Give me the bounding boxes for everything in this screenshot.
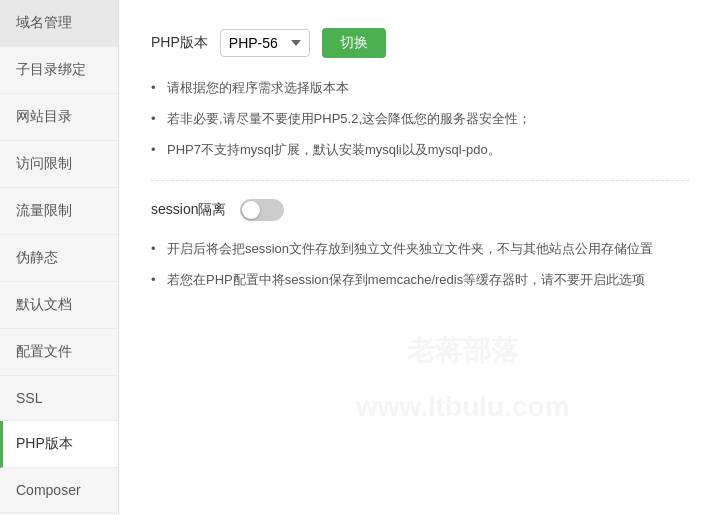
session-info-item-1: 开启后将会把session文件存放到独立文件夹独立文件夹，不与其他站点公用存储位… [151,239,689,260]
sidebar-item-default-doc[interactable]: 默认文档 [0,282,118,329]
switch-button[interactable]: 切换 [322,28,386,58]
php-info-item-1: 请根据您的程序需求选择版本本 [151,78,689,99]
sidebar-item-composer[interactable]: Composer [0,468,118,513]
php-version-row: PHP版本 PHP-56 PHP-70 PHP-71 PHP-72 PHP-73… [151,28,689,58]
sidebar-item-php-version[interactable]: PHP版本 [0,421,118,468]
php-version-select[interactable]: PHP-56 PHP-70 PHP-71 PHP-72 PHP-73 PHP-7… [220,29,310,57]
sidebar-item-access[interactable]: 访问限制 [0,141,118,188]
session-info-item-2: 若您在PHP配置中将session保存到memcache/redis等缓存器时，… [151,270,689,291]
session-label: session隔离 [151,201,226,219]
php-info-list: 请根据您的程序需求选择版本本 若非必要,请尽量不要使用PHP5.2,这会降低您的… [151,78,689,160]
section-divider [151,180,689,181]
sidebar-item-rewrite[interactable]: 伪静态 [0,235,118,282]
sidebar-item-traffic[interactable]: 流量限制 [0,188,118,235]
php-info-item-2: 若非必要,请尽量不要使用PHP5.2,这会降低您的服务器安全性； [151,109,689,130]
main-content: PHP版本 PHP-56 PHP-70 PHP-71 PHP-72 PHP-73… [119,0,721,515]
watermark: 老蒋部落 www.ltbulu.com [356,323,570,435]
php-version-label: PHP版本 [151,34,208,52]
sidebar: 域名管理 子目录绑定 网站目录 访问限制 流量限制 伪静态 默认文档 配置文件 … [0,0,119,515]
session-row: session隔离 [151,199,689,221]
php-info-item-3: PHP7不支持mysql扩展，默认安装mysqli以及mysql-pdo。 [151,140,689,161]
session-toggle[interactable] [240,199,284,221]
sidebar-item-ssl[interactable]: SSL [0,376,118,421]
sidebar-item-webdir[interactable]: 网站目录 [0,94,118,141]
sidebar-item-config[interactable]: 配置文件 [0,329,118,376]
sidebar-item-subdir[interactable]: 子目录绑定 [0,47,118,94]
session-info-list: 开启后将会把session文件存放到独立文件夹独立文件夹，不与其他站点公用存储位… [151,239,689,291]
sidebar-item-domain[interactable]: 域名管理 [0,0,118,47]
